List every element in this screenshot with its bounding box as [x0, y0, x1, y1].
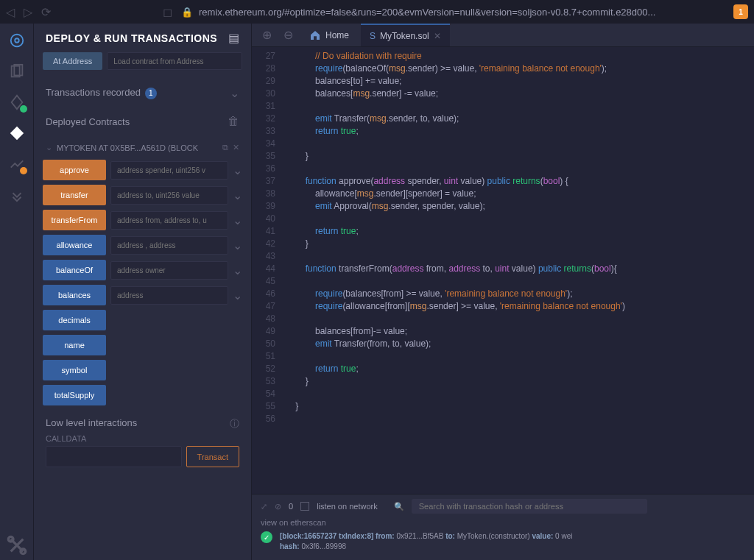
calldata-label: CALLDATA	[46, 434, 239, 443]
at-address-button[interactable]: At Address	[43, 52, 102, 70]
svg-point-0	[10, 35, 23, 47]
close-tab-icon[interactable]: ✕	[434, 31, 441, 41]
chevron-down-icon: ⌄	[230, 86, 239, 100]
chevron-down-icon[interactable]: ⌄	[46, 143, 52, 152]
trash-icon[interactable]: 🗑	[228, 115, 239, 128]
function-button-allowance[interactable]: allowance	[43, 235, 106, 255]
function-button-decimals[interactable]: decimals	[43, 310, 106, 330]
code-line: 28 require(balanceOf(msg.sender) >= valu…	[252, 63, 754, 75]
zoom-in-icon[interactable]: ⊕	[258, 28, 276, 42]
function-input-allowance[interactable]	[110, 236, 228, 255]
file-explorer-icon[interactable]	[9, 63, 25, 79]
code-line: 33 return true;	[252, 125, 754, 138]
clear-icon[interactable]: ⊘	[275, 502, 281, 511]
function-row-allowance: allowance⌄	[43, 235, 242, 255]
docs-icon[interactable]: ▤	[228, 31, 239, 45]
expand-icon[interactable]: ⤢	[261, 502, 267, 511]
function-row-symbol: symbol	[43, 360, 242, 380]
function-row-totalSupply: totalSupply	[43, 385, 242, 405]
code-line: 52 return true;	[252, 363, 754, 375]
chevron-down-icon[interactable]: ⌄	[233, 213, 242, 227]
chevron-down-icon[interactable]: ⌄	[233, 238, 242, 252]
transactions-recorded-row[interactable]: Transactions recorded1 ⌄	[34, 79, 251, 107]
function-button-totalSupply[interactable]: totalSupply	[43, 385, 106, 405]
shield-badge[interactable]: 1	[733, 4, 748, 19]
function-button-transfer[interactable]: transfer	[43, 185, 106, 205]
code-line: 36	[252, 163, 754, 175]
code-line: 47 require(allowance[from][msg.sender] >…	[252, 300, 754, 313]
function-input-balances[interactable]	[110, 286, 228, 305]
copy-icon[interactable]: ⧉	[222, 143, 228, 152]
forward-button[interactable]: ▷	[24, 5, 32, 19]
tab-home[interactable]: Home	[300, 24, 358, 46]
search-icon[interactable]: 🔍	[394, 502, 404, 511]
code-line: 49 balances[from]-= value;	[252, 325, 754, 338]
compiler-icon[interactable]	[9, 94, 25, 110]
deploy-icon[interactable]	[9, 125, 25, 141]
back-button[interactable]: ◁	[6, 5, 15, 19]
home-icon	[309, 29, 321, 41]
reload-button[interactable]: ⟳	[41, 5, 51, 19]
close-icon[interactable]: ✕	[233, 143, 239, 152]
chevron-down-icon[interactable]: ⌄	[233, 288, 242, 302]
code-line: 48	[252, 313, 754, 325]
deploy-panel: DEPLOY & RUN TRANSACTIONS ▤ At Address T…	[34, 24, 252, 560]
function-row-transfer: transfer⌄	[43, 185, 242, 205]
listen-checkbox[interactable]	[300, 502, 309, 511]
icon-rail	[0, 24, 34, 560]
code-line: 35 }	[252, 150, 754, 163]
terminal-search-input[interactable]	[412, 499, 647, 514]
code-line: 30 balances[msg.sender] -= value;	[252, 88, 754, 100]
function-button-name[interactable]: name	[43, 335, 106, 355]
chevron-down-icon[interactable]: ⌄	[233, 163, 242, 177]
code-line: 46 require(balances[from] >= value, 'rem…	[252, 288, 754, 300]
code-line: 43	[252, 250, 754, 263]
transact-button[interactable]: Transact	[186, 446, 239, 467]
function-input-approve[interactable]	[110, 161, 228, 180]
code-line: 41 return true;	[252, 225, 754, 238]
svg-point-4	[8, 536, 13, 542]
code-line: 27 // Do validation with require	[252, 50, 754, 63]
code-line: 40	[252, 213, 754, 225]
etherscan-link[interactable]: view on etherscan	[261, 518, 745, 527]
contract-instance-header[interactable]: ⌄ MYTOKEN AT 0X5BF...A561D (BLOCK ⧉ ✕	[34, 135, 251, 160]
code-line: 32 emit Transfer(msg.sender, to, value);	[252, 113, 754, 125]
bookmark-icon[interactable]: ◻	[163, 5, 172, 19]
remix-logo-icon[interactable]	[9, 32, 25, 49]
code-line: 51	[252, 350, 754, 363]
code-line: 31	[252, 100, 754, 113]
function-button-approve[interactable]: approve	[43, 160, 106, 180]
info-icon[interactable]: ⓘ	[230, 417, 239, 430]
function-row-balanceOf: balanceOf⌄	[43, 260, 242, 280]
pending-count: 0	[289, 502, 293, 511]
code-line: 39 emit Approval(msg.sender, spender, va…	[252, 200, 754, 213]
terminal-log[interactable]: [block:16657237 txIndex:8] from: 0x921..…	[280, 531, 572, 552]
function-button-balanceOf[interactable]: balanceOf	[43, 260, 106, 280]
debugger-icon[interactable]	[9, 156, 25, 172]
chevron-down-icon[interactable]: ⌄	[233, 263, 242, 277]
function-input-transfer[interactable]	[110, 186, 228, 205]
code-line: 42 }	[252, 238, 754, 250]
code-editor[interactable]: 27 // Do validation with require28 requi…	[252, 47, 754, 494]
chevron-down-icon[interactable]: ⌄	[233, 188, 242, 202]
solidity-icon: S	[370, 31, 376, 41]
function-input-balanceOf[interactable]	[110, 261, 228, 280]
function-row-balances: balances⌄	[43, 285, 242, 305]
code-line: 38 allowance[msg.sender][spender] = valu…	[252, 188, 754, 200]
code-line: 45	[252, 275, 754, 288]
function-row-transferFrom: transferFrom⌄	[43, 210, 242, 230]
calldata-input[interactable]	[46, 446, 182, 467]
url-bar[interactable]: 🔒 remix.ethereum.org/#optimize=false&run…	[181, 7, 725, 18]
code-line: 34	[252, 138, 754, 150]
zoom-out-icon[interactable]: ⊖	[279, 28, 297, 42]
tab-mytoken[interactable]: S MyToken.sol ✕	[361, 24, 450, 46]
function-button-balances[interactable]: balances	[43, 285, 106, 305]
code-line: 55 }	[252, 400, 754, 413]
settings-icon[interactable]	[0, 531, 34, 560]
at-address-input[interactable]	[107, 52, 242, 70]
code-line: 53 }	[252, 375, 754, 388]
function-button-symbol[interactable]: symbol	[43, 360, 106, 380]
function-input-transferFrom[interactable]	[110, 211, 228, 230]
function-button-transferFrom[interactable]: transferFrom	[43, 210, 106, 230]
plugin-manager-icon[interactable]	[9, 187, 25, 203]
